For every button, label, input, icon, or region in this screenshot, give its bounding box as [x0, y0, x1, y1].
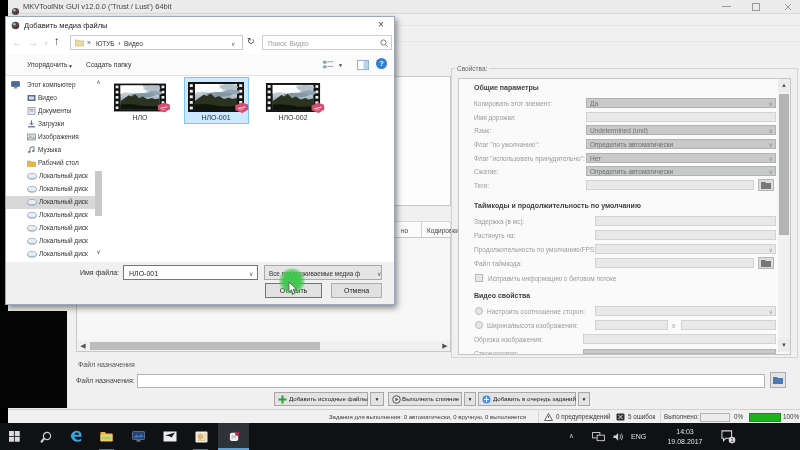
svg-text:1: 1	[730, 437, 733, 443]
